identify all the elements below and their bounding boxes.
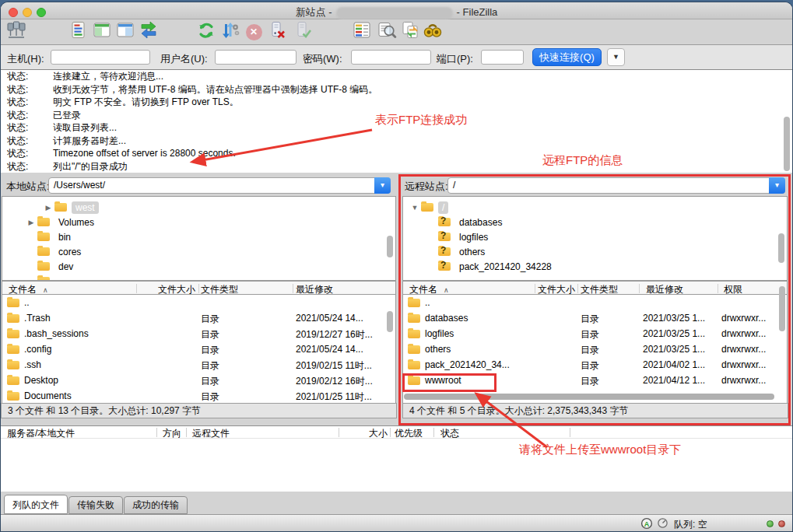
toggle-local-tree-button[interactable] bbox=[91, 21, 113, 43]
column-divider[interactable] bbox=[339, 428, 339, 437]
log-message: 已登录 bbox=[53, 109, 81, 122]
queue-column-header[interactable]: 服务器/本地文件 bbox=[7, 427, 75, 440]
column-divider[interactable] bbox=[156, 428, 157, 437]
file-type: 目录 bbox=[581, 375, 599, 388]
toggle-transfer-queue-button[interactable] bbox=[138, 21, 160, 43]
queue-tab[interactable]: 传输失败 bbox=[68, 496, 123, 514]
process-queue-button[interactable] bbox=[219, 21, 241, 43]
tree-item[interactable]: cores bbox=[25, 244, 395, 259]
tree-item[interactable]: ▼/ bbox=[409, 200, 787, 215]
column-header-label: 最近修改 bbox=[646, 284, 683, 295]
log-scrollbar[interactable] bbox=[784, 117, 790, 171]
username-input[interactable] bbox=[215, 50, 296, 65]
remote-tree-scrollbar[interactable] bbox=[778, 233, 784, 263]
queue-column-header[interactable]: 状态 bbox=[440, 427, 459, 440]
speed-limit-auto-icon[interactable]: A bbox=[640, 517, 653, 532]
refresh-button[interactable] bbox=[195, 21, 217, 43]
column-divider[interactable] bbox=[198, 284, 199, 293]
directory-comparison-button[interactable] bbox=[376, 21, 398, 43]
chevron-down-icon[interactable]: ▾ bbox=[769, 177, 785, 194]
file-row[interactable]: .ssh目录2019/02/15 11时... bbox=[2, 357, 395, 373]
tree-item[interactable]: databases bbox=[426, 215, 787, 229]
remote-site-combo[interactable]: / ▾ bbox=[447, 177, 785, 194]
file-row[interactable]: Documents目录2021/01/25 11时... bbox=[2, 388, 395, 403]
queue-column-header[interactable]: 大小 bbox=[339, 427, 388, 440]
tree-item[interactable]: dev bbox=[25, 259, 395, 274]
queue-column-header[interactable]: 优先级 bbox=[395, 427, 423, 440]
local-site-combo[interactable]: /Users/west/ ▾ bbox=[48, 177, 391, 194]
folder-icon bbox=[408, 345, 420, 354]
toggle-message-log-button[interactable] bbox=[68, 21, 89, 43]
file-row[interactable]: .. bbox=[2, 295, 395, 310]
tree-item[interactable]: bin bbox=[25, 229, 395, 244]
transfer-queue-icon bbox=[139, 20, 159, 44]
file-permissions: drwxrwxr... bbox=[721, 328, 766, 339]
queue-column-header[interactable]: 远程文件 bbox=[192, 427, 230, 440]
site-manager-button[interactable] bbox=[5, 21, 27, 43]
folder-icon bbox=[54, 203, 67, 212]
tree-item[interactable]: ▶west bbox=[42, 200, 395, 215]
column-divider[interactable] bbox=[136, 284, 137, 293]
local-tree-scrollbar[interactable] bbox=[387, 236, 393, 257]
log-message: 读取目录列表... bbox=[53, 121, 117, 135]
cancel-operation-button[interactable]: ✕ bbox=[243, 21, 265, 43]
titlebar: 新站点 -- FileZilla bbox=[1, 2, 792, 19]
file-permissions: drwxrwxr... bbox=[721, 313, 766, 324]
password-input[interactable] bbox=[351, 50, 431, 65]
log-status-label: 状态: bbox=[1, 121, 53, 135]
file-row[interactable]: .. bbox=[403, 295, 787, 310]
tree-item[interactable]: logfiles bbox=[426, 229, 787, 244]
tree-item[interactable]: others bbox=[426, 244, 787, 259]
remote-list-hscrollbar[interactable] bbox=[404, 394, 774, 400]
queue-tab[interactable]: 成功的传输 bbox=[124, 496, 188, 514]
column-divider[interactable] bbox=[639, 284, 640, 293]
file-row[interactable]: .config目录2021/05/24 14... bbox=[2, 341, 395, 357]
file-row[interactable]: .Trash目录2021/05/24 14... bbox=[2, 310, 395, 326]
remote-list-scrollbar[interactable] bbox=[779, 286, 785, 331]
folder-icon bbox=[408, 361, 420, 369]
expand-arrow-icon[interactable]: ▶ bbox=[25, 219, 37, 226]
find-files-button[interactable] bbox=[422, 21, 444, 43]
column-divider[interactable] bbox=[433, 428, 434, 437]
local-list-scrollbar[interactable] bbox=[387, 311, 393, 332]
file-row[interactable]: others目录2021/03/25 1...drwxrwxr... bbox=[403, 341, 787, 357]
file-row[interactable]: logfiles目录2021/03/25 1...drwxrwxr... bbox=[403, 326, 787, 341]
cancel-icon: ✕ bbox=[246, 24, 262, 40]
speed-dial-icon[interactable] bbox=[657, 517, 668, 532]
file-row[interactable]: databases目录2021/03/25 1...drwxrwxr... bbox=[403, 310, 787, 326]
column-divider[interactable] bbox=[535, 284, 535, 293]
column-divider[interactable] bbox=[570, 428, 570, 437]
column-divider[interactable] bbox=[390, 428, 391, 437]
file-row-wwwroot[interactable]: wwwroot目录2021/04/12 1...drwxrwxr... bbox=[403, 373, 787, 388]
quickconnect-button[interactable]: 快速连接(Q) bbox=[532, 48, 602, 66]
queue-tab[interactable]: 列队的文件 bbox=[4, 495, 68, 514]
host-input[interactable] bbox=[51, 50, 150, 65]
chevron-down-icon[interactable]: ▾ bbox=[374, 177, 391, 194]
status-error-indicator bbox=[778, 520, 785, 527]
column-divider[interactable] bbox=[186, 428, 187, 437]
quickconnect-dropdown-button[interactable]: ▼ bbox=[607, 48, 625, 66]
column-divider[interactable] bbox=[718, 284, 718, 293]
column-divider[interactable] bbox=[293, 284, 293, 293]
directory-listing-filters-button[interactable] bbox=[351, 21, 373, 43]
file-modified: 2019/02/15 11时... bbox=[296, 359, 372, 373]
sync-browse-icon bbox=[400, 20, 420, 44]
folder-icon bbox=[408, 330, 420, 338]
toggle-remote-tree-button[interactable] bbox=[114, 21, 136, 43]
log-message: 明文 FTP 不安全。请切换到 FTP over TLS。 bbox=[53, 96, 239, 109]
synchronized-browsing-button[interactable] bbox=[399, 21, 421, 43]
file-row[interactable]: Desktop目录2019/02/12 16时... bbox=[2, 373, 395, 388]
port-input[interactable] bbox=[481, 50, 524, 65]
tree-item[interactable]: pack_2021420_34228 bbox=[426, 259, 787, 274]
file-row[interactable]: .bash_sessions目录2019/12/27 16时... bbox=[2, 326, 395, 341]
queue-column-header[interactable]: 方向 bbox=[163, 427, 181, 440]
expand-arrow-icon[interactable]: ▶ bbox=[42, 204, 54, 212]
file-permissions: drwxrwxr... bbox=[721, 344, 766, 355]
reconnect-button[interactable] bbox=[293, 21, 314, 43]
file-row[interactable]: pack_2021420_34...目录2021/04/02 1...drwxr… bbox=[403, 357, 787, 373]
file-type: 目录 bbox=[201, 344, 219, 357]
column-divider[interactable] bbox=[577, 284, 578, 293]
tree-item[interactable]: ▶Volumes bbox=[25, 215, 395, 229]
collapse-arrow-icon[interactable]: ▼ bbox=[409, 204, 421, 212]
disconnect-button[interactable] bbox=[267, 21, 289, 43]
